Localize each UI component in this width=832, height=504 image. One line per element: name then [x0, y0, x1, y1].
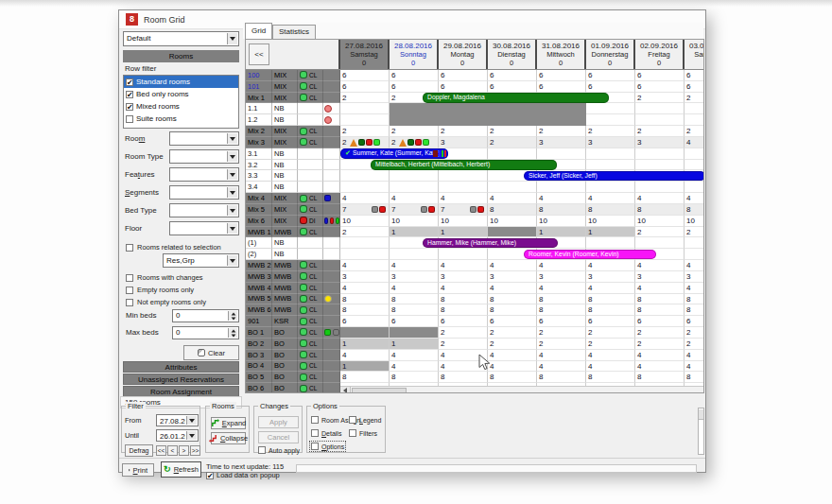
grid-cell[interactable]: 2	[439, 339, 488, 350]
room-name-cell[interactable]: BO 3	[246, 350, 272, 361]
load-data-checkbox[interactable]: ✔ Load data on popup	[206, 471, 280, 479]
checkbox-icon[interactable]	[311, 429, 319, 437]
grid-cell[interactable]: 8	[390, 372, 439, 383]
grid-cell[interactable]: 2	[685, 93, 704, 104]
grid-cell[interactable]: 3	[635, 137, 685, 148]
checkbox-icon[interactable]	[311, 443, 319, 450]
room-name-cell[interactable]: 101	[246, 81, 272, 93]
grid-cell[interactable]: 8	[586, 204, 635, 216]
checkbox-icon[interactable]: ✔	[126, 91, 133, 98]
bed-type-dropdown[interactable]	[169, 203, 239, 217]
grid-cell[interactable]: 3	[586, 137, 635, 148]
dropdown-arrow-icon[interactable]	[227, 255, 237, 266]
grid-cell[interactable]: 2	[685, 126, 704, 137]
room-name-cell[interactable]: (1)	[246, 237, 272, 249]
tab-statistics[interactable]: Statistics	[272, 25, 316, 39]
grid-cell[interactable]	[340, 114, 390, 126]
details-checkbox[interactable]: Details	[311, 429, 341, 437]
grid-cell[interactable]: 1	[586, 227, 635, 238]
grid-cell[interactable]	[635, 148, 685, 160]
room-name-cell[interactable]: MWB 6	[246, 304, 272, 316]
date-column-header[interactable]: 02.09.2016Freitag0	[635, 40, 685, 69]
scrollbar-thumb[interactable]	[699, 409, 703, 420]
clear-button[interactable]: Clear	[183, 345, 239, 360]
grid-cell[interactable]: 10	[340, 216, 390, 227]
collapse-columns-button[interactable]: <<	[249, 43, 269, 65]
grid-cell[interactable]: 8	[537, 304, 586, 316]
grid-cell[interactable]: 4	[390, 260, 439, 271]
grid-cell[interactable]: 3	[439, 271, 488, 283]
grid-cell[interactable]: 8	[340, 294, 390, 305]
checkbox-icon[interactable]	[126, 287, 133, 294]
grid-cell[interactable]	[488, 148, 537, 160]
scroll-last-button[interactable]: >>	[190, 445, 200, 456]
grid-cell[interactable]: 4	[635, 350, 685, 361]
grid-cell[interactable]: 8	[537, 204, 586, 216]
grid-cell[interactable]: 4	[439, 193, 488, 204]
grid-cell[interactable]: 6	[537, 81, 586, 93]
related-dropdown[interactable]: Res,Grp	[163, 253, 239, 268]
date-column-header[interactable]: 29.08.2016Montag0	[439, 40, 488, 69]
grid-cell[interactable]: 2	[488, 137, 537, 148]
grid-cell[interactable]: 8	[488, 204, 537, 216]
grid-cell[interactable]: 4	[635, 361, 685, 373]
checkbox-icon[interactable]	[258, 446, 266, 454]
grid-cell[interactable]: 8	[537, 372, 586, 383]
grid-cell[interactable]: 6	[340, 316, 390, 327]
horizontal-scrollbar[interactable]	[340, 386, 703, 393]
grid-cell[interactable]	[635, 160, 685, 171]
grid-cell[interactable]: 4	[685, 283, 704, 294]
grid-cell[interactable]	[340, 237, 390, 249]
grid-cell[interactable]: 3	[685, 271, 704, 283]
rooms-with-changes-checkbox[interactable]: Rooms with changes	[126, 271, 239, 284]
grid-cell[interactable]: 4	[390, 283, 439, 294]
grid-cell[interactable]: 6	[439, 81, 488, 93]
room-name-cell[interactable]: MWB 5	[246, 294, 272, 305]
grid-cell[interactable]: 8	[685, 204, 704, 216]
collapse-button[interactable]: Collapse	[211, 432, 246, 444]
max-beds-input[interactable]: 0	[172, 326, 239, 339]
grid-cell[interactable]: 10	[488, 216, 537, 227]
grid-cell[interactable]: 3	[586, 271, 635, 283]
grid-cell[interactable]: 8	[488, 372, 537, 383]
grid-cell[interactable]: 2	[488, 339, 537, 350]
grid-cell[interactable]: 4	[537, 260, 586, 271]
date-column-header[interactable]: 27.08.2016Samstag0	[340, 40, 390, 69]
grid-cell[interactable]: 1	[340, 339, 390, 350]
grid-cell[interactable]	[586, 237, 635, 249]
features-dropdown[interactable]	[169, 167, 239, 182]
filter-item-standard-rooms[interactable]: ✔Standard rooms	[124, 76, 238, 88]
grid-cell[interactable]: 3	[635, 271, 685, 283]
grid-cell[interactable]: 6	[635, 70, 685, 81]
grid-cell[interactable]: 8	[439, 304, 488, 316]
dropdown-arrow-icon[interactable]	[186, 416, 197, 425]
grid-cell[interactable]: 2	[635, 93, 685, 104]
grid-cell[interactable]: 8	[586, 372, 635, 383]
date-column-header[interactable]: 01.09.2016Donnerstag0	[586, 40, 635, 69]
room-name-cell[interactable]: 3.1	[246, 148, 272, 160]
grid-cell[interactable]	[635, 103, 685, 114]
grid-cell[interactable]: 6	[488, 70, 537, 81]
grid-cell[interactable]: 2	[586, 339, 635, 350]
grid-cell[interactable]: 6	[537, 70, 586, 81]
grid-cell[interactable]	[685, 182, 704, 193]
room-name-cell[interactable]: Mix 4	[246, 193, 272, 204]
grid-cell[interactable]: 2	[685, 339, 704, 350]
filter-item-suite-rooms[interactable]: Suite rooms	[124, 113, 238, 125]
grid-cell[interactable]: 6	[586, 81, 635, 93]
room-name-cell[interactable]: 1.2	[246, 114, 272, 126]
room-name-cell[interactable]: 100	[246, 70, 272, 81]
checkbox-icon[interactable]: ✔	[126, 78, 133, 86]
checkbox-icon[interactable]: ✔	[206, 472, 214, 479]
grid-cell[interactable]: 8	[635, 372, 685, 383]
spinner-arrows-icon[interactable]	[228, 311, 237, 321]
room-name-cell[interactable]: 3.4	[246, 182, 272, 193]
room-name-cell[interactable]: MWB 3	[246, 271, 272, 283]
grid-cell[interactable]: 4	[488, 361, 537, 373]
grid-cell[interactable]: 8	[439, 372, 488, 383]
date-column-header[interactable]: 03.09.2016Samstag0	[685, 40, 704, 69]
grid-cell[interactable]: 4	[488, 260, 537, 271]
dropdown-arrow-icon[interactable]	[227, 151, 237, 162]
grid-cell[interactable]: 2	[685, 227, 704, 238]
panel-unassigned-reservations[interactable]: Unassigned Reservations	[123, 374, 239, 385]
